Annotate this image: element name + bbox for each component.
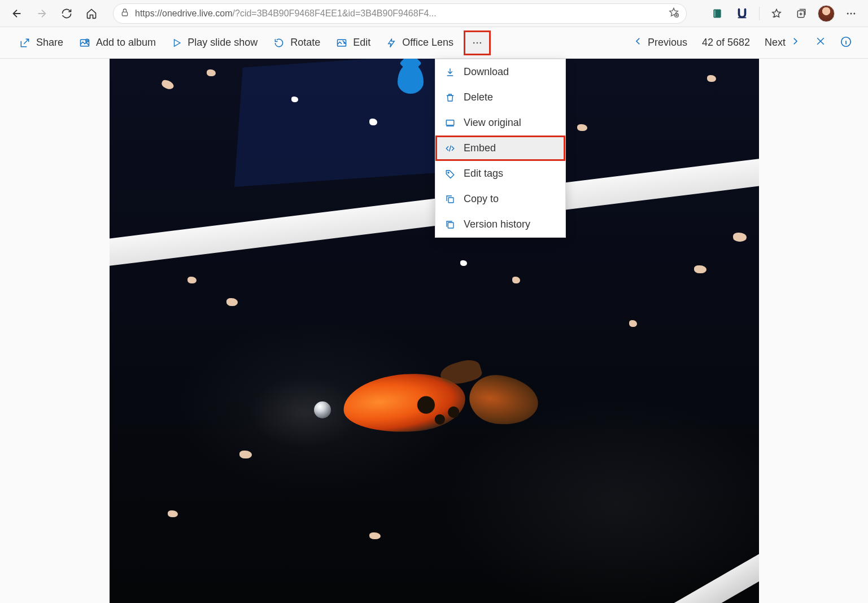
onedrive-toolbar: Share Add to album Play slide show Rotat… — [0, 27, 868, 59]
extension-book-icon[interactable] — [707, 3, 727, 24]
photo-detail — [369, 532, 381, 539]
chevron-right-icon — [790, 36, 800, 49]
previous-button[interactable]: Previous — [627, 33, 693, 53]
edit-label: Edit — [353, 37, 370, 49]
photo-detail — [239, 451, 252, 458]
tag-icon — [444, 169, 456, 179]
menu-delete-label: Delete — [464, 91, 493, 103]
previous-label: Previous — [648, 37, 687, 49]
menu-view-original-label: View original — [464, 117, 521, 129]
edit-button[interactable]: Edit — [328, 32, 378, 53]
photo-detail — [460, 260, 467, 266]
more-actions-button[interactable] — [464, 30, 491, 55]
svg-point-17 — [448, 172, 449, 173]
photo-detail — [168, 510, 178, 517]
play-icon — [172, 38, 182, 48]
profile-avatar[interactable] — [816, 3, 836, 24]
copy-icon — [444, 194, 456, 204]
menu-copy-to-label: Copy to — [464, 193, 499, 205]
svg-rect-19 — [448, 222, 453, 228]
photo-detail — [291, 97, 298, 102]
photo-detail — [187, 277, 197, 283]
photo-subject-fish — [343, 358, 547, 448]
menu-embed[interactable]: Embed — [435, 136, 565, 161]
favorites-icon[interactable] — [766, 3, 787, 24]
code-icon — [444, 143, 456, 154]
svg-point-12 — [473, 42, 475, 43]
menu-view-original[interactable]: View original — [435, 110, 565, 136]
menu-edit-tags-label: Edit tags — [464, 168, 503, 180]
lock-icon — [120, 8, 129, 19]
menu-delete[interactable]: Delete — [435, 85, 565, 110]
photo-detail — [694, 265, 706, 273]
menu-download-label: Download — [464, 66, 509, 78]
album-icon — [79, 37, 90, 49]
url-path: /?cid=3B4B90F9468F4EE1&id=3B4B90F9468F4.… — [233, 8, 437, 18]
photo-detail — [733, 233, 747, 242]
refresh-button[interactable] — [56, 3, 77, 24]
svg-point-14 — [480, 42, 482, 43]
rotate-label: Rotate — [290, 37, 320, 49]
screen-icon — [444, 118, 456, 128]
home-button[interactable] — [81, 3, 102, 24]
lightning-icon — [386, 37, 396, 49]
back-button[interactable] — [7, 3, 27, 24]
photo-viewer — [0, 59, 868, 603]
svg-rect-3 — [714, 10, 716, 17]
office-lens-label: Office Lens — [402, 37, 453, 49]
photo-detail — [402, 467, 758, 603]
collections-icon[interactable] — [791, 3, 812, 24]
photo-content[interactable] — [110, 59, 759, 603]
home-icon — [86, 8, 97, 19]
photo-detail — [629, 320, 637, 327]
add-to-album-label: Add to album — [96, 37, 156, 49]
refresh-icon — [61, 8, 72, 19]
favorite-add-icon[interactable] — [664, 7, 679, 20]
pager-controls: Previous 42 of 5682 Next — [627, 32, 857, 53]
photo-detail — [160, 78, 175, 90]
play-slideshow-button[interactable]: Play slide show — [164, 32, 265, 53]
page-counter: 42 of 5682 — [696, 37, 756, 49]
svg-point-8 — [853, 12, 855, 14]
svg-rect-4 — [738, 17, 747, 18]
chevron-left-icon — [633, 36, 643, 49]
close-button[interactable] — [809, 32, 832, 53]
photo-detail — [369, 119, 377, 125]
menu-version-history-label: Version history — [464, 219, 530, 230]
photo-detail — [577, 124, 587, 131]
ellipsis-icon — [472, 37, 483, 49]
photo-detail — [314, 401, 331, 418]
next-button[interactable]: Next — [759, 33, 806, 53]
menu-copy-to[interactable]: Copy to — [435, 186, 565, 212]
photo-detail — [512, 277, 520, 283]
photo-detail — [707, 75, 716, 82]
office-lens-button[interactable]: Office Lens — [378, 32, 461, 53]
forward-button[interactable] — [32, 3, 52, 24]
url-text: https://onedrive.live.com/?cid=3B4B90F94… — [135, 8, 664, 19]
download-icon — [444, 67, 456, 77]
menu-version-history[interactable]: Version history — [435, 212, 565, 237]
rotate-button[interactable]: Rotate — [265, 32, 328, 53]
photo-detail — [207, 69, 216, 76]
info-icon — [840, 36, 852, 48]
browser-chrome: https://onedrive.live.com/?cid=3B4B90F94… — [0, 0, 868, 27]
menu-download[interactable]: Download — [435, 59, 565, 85]
address-bar[interactable]: https://onedrive.live.com/?cid=3B4B90F94… — [113, 3, 687, 24]
more-actions-menu: Download Delete View original Embed Edit… — [435, 59, 566, 238]
add-to-album-button[interactable]: Add to album — [71, 32, 164, 53]
extension-u-icon[interactable] — [732, 3, 752, 24]
svg-rect-18 — [448, 198, 453, 203]
photo-detail — [226, 298, 238, 306]
info-button[interactable] — [835, 32, 857, 53]
trash-icon — [444, 93, 456, 103]
play-slideshow-label: Play slide show — [187, 37, 258, 49]
more-browser-icon[interactable] — [841, 3, 861, 24]
svg-rect-0 — [122, 12, 127, 16]
edit-icon — [336, 37, 347, 49]
menu-edit-tags[interactable]: Edit tags — [435, 161, 565, 186]
arrow-left-icon — [11, 7, 23, 20]
svg-point-6 — [847, 12, 849, 14]
separator — [759, 7, 760, 20]
share-button[interactable]: Share — [11, 32, 71, 53]
svg-point-7 — [850, 12, 852, 14]
